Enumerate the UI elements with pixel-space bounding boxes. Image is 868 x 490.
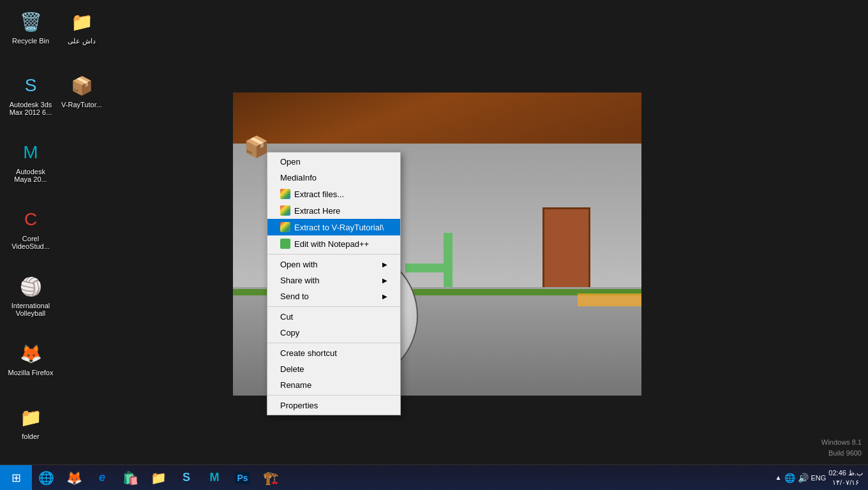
ctx-rename-label: Rename xyxy=(280,380,311,390)
firefox-icon: 🦊 xyxy=(18,341,43,366)
maya-label: Autodesk Maya 20... xyxy=(8,168,54,183)
tray-volume-icon: 🔊 xyxy=(798,473,809,483)
explorer-icon: 📁 xyxy=(151,470,167,486)
taskbar-ie[interactable]: e xyxy=(88,465,116,491)
ctx-rename[interactable]: Rename xyxy=(267,377,400,393)
vray-label: V-RayTutor... xyxy=(61,101,102,108)
ctx-delete-label: Delete xyxy=(280,364,304,374)
extract-files-icon xyxy=(280,189,290,199)
firefox-taskbar-icon: 🦊 xyxy=(66,470,82,486)
ctx-mediainfo-label: MediaInfo xyxy=(280,173,317,182)
taskbar-maya[interactable]: M xyxy=(200,465,228,491)
revit-icon: 🏗️ xyxy=(263,470,279,486)
windows-build-line2: Build 9600 xyxy=(821,448,862,459)
start-button[interactable]: ⊞ xyxy=(0,465,32,491)
ctx-share-with-label: Share with xyxy=(280,276,319,285)
ctx-edit-notepad-inner: Edit with Notepad++ xyxy=(280,239,369,249)
folder-dash-icon: 📁 xyxy=(69,9,94,34)
tray-lang[interactable]: ENG xyxy=(811,474,827,482)
ctx-extract-to-label: Extract to V-RayTutorial\ xyxy=(294,223,384,232)
tray-up-arrow[interactable]: ▲ xyxy=(775,474,782,481)
taskbar-right: ▲ 🌐 🔊 ENG 02:46 ب.ظ ۱۴/۰۷/۱۶ xyxy=(775,468,868,487)
ctx-send-to[interactable]: Send to xyxy=(267,288,400,304)
ctx-create-shortcut[interactable]: Create shortcut xyxy=(267,345,400,361)
taskbar-explorer[interactable]: 📁 xyxy=(144,465,172,491)
ie-icon: e xyxy=(99,471,105,484)
volleyball-icon: 🏐 xyxy=(18,274,43,299)
store-icon: 🛍️ xyxy=(123,470,138,486)
ctx-extract-here[interactable]: Extract Here xyxy=(267,202,400,219)
maya-taskbar-icon: M xyxy=(210,471,220,484)
sys-tray: ▲ 🌐 🔊 ENG xyxy=(775,473,827,483)
recycle-bin-label: Recycle Bin xyxy=(12,37,49,45)
ctx-extract-files-label: Extract files... xyxy=(294,189,344,199)
folder-label: folder xyxy=(22,433,40,440)
ctx-cut-label: Cut xyxy=(280,312,293,322)
autodesk-taskbar-icon: S xyxy=(183,471,190,484)
ctx-edit-notepad[interactable]: Edit with Notepad++ xyxy=(267,235,400,252)
tray-network-icon: 🌐 xyxy=(784,473,795,483)
ctx-sep3 xyxy=(267,343,400,343)
scene-door xyxy=(542,207,590,290)
ctx-properties[interactable]: Properties xyxy=(267,397,400,413)
scene-roof xyxy=(233,93,641,147)
ctx-sep2 xyxy=(267,306,400,307)
desktop-icon-autodesk-3ds[interactable]: S Autodesk 3ds Max 2012 6... xyxy=(5,70,56,119)
photoshop-icon: Ps xyxy=(235,471,250,484)
ctx-open-with-label: Open with xyxy=(280,260,318,269)
ctx-extract-files[interactable]: Extract files... xyxy=(267,186,400,202)
ctx-extract-to-inner: Extract to V-RayTutorial\ xyxy=(280,222,384,232)
volleyball-label: International Volleyball xyxy=(8,302,54,317)
scene-pipe-v xyxy=(444,233,453,290)
taskbar-autodesk[interactable]: S xyxy=(172,465,200,491)
ctx-open-with[interactable]: Open with xyxy=(267,256,400,272)
notepadpp-icon xyxy=(280,239,290,249)
start-icon: ⊞ xyxy=(11,471,21,485)
ctx-cut[interactable]: Cut xyxy=(267,309,400,325)
autodesk-3ds-icon: S xyxy=(18,73,43,98)
ctx-open[interactable]: Open xyxy=(267,154,400,170)
context-menu: Open MediaInfo Extract files... Extract … xyxy=(267,152,401,415)
desktop-icon-folder-dash[interactable]: 📁 داش علی xyxy=(56,6,107,48)
desktop-icon-vray[interactable]: 📦 V-RayTutor... xyxy=(56,70,107,111)
ctx-send-to-label: Send to xyxy=(280,292,309,301)
windows-build-line1: Windows 8.1 xyxy=(821,437,862,448)
ctx-copy[interactable]: Copy xyxy=(267,325,400,341)
firefox-label: Mozilla Firefox xyxy=(8,369,54,376)
ctx-extract-here-label: Extract Here xyxy=(294,206,340,216)
desktop-icon-volleyball[interactable]: 🏐 International Volleyball xyxy=(5,271,56,320)
clock[interactable]: 02:46 ب.ظ ۱۴/۰۷/۱۶ xyxy=(828,468,863,487)
ctx-create-shortcut-label: Create shortcut xyxy=(280,348,337,358)
ctx-extract-here-inner: Extract Here xyxy=(280,205,340,216)
chrome-icon: 🌐 xyxy=(38,470,54,486)
ctx-open-label: Open xyxy=(280,157,301,167)
taskbar-revit[interactable]: 🏗️ xyxy=(257,465,285,491)
taskbar-firefox[interactable]: 🦊 xyxy=(60,465,88,491)
autodesk-3ds-label: Autodesk 3ds Max 2012 6... xyxy=(8,101,54,116)
desktop-icon-recycle-bin[interactable]: 🗑️ Recycle Bin xyxy=(5,6,56,47)
desktop: 🗑️ Recycle Bin 📁 داش علی S Autodesk 3ds … xyxy=(0,0,868,490)
maya-icon: M xyxy=(18,140,43,165)
windows-build-info: Windows 8.1 Build 9600 xyxy=(821,437,862,458)
desktop-icon-corel[interactable]: C Corel VideoStud... xyxy=(5,204,56,253)
extract-here-icon xyxy=(280,205,290,216)
desktop-icon-maya[interactable]: M Autodesk Maya 20... xyxy=(5,137,56,186)
taskbar: ⊞ 🌐 🦊 e 🛍️ 📁 S M Ps 🏗️ xyxy=(0,464,868,490)
desktop-icon-firefox[interactable]: 🦊 Mozilla Firefox xyxy=(5,338,56,379)
scene-yellow-grass xyxy=(578,293,641,306)
clock-date: ۱۴/۰۷/۱۶ xyxy=(828,478,863,487)
folder-dash-label: داش علی xyxy=(68,37,96,45)
ctx-share-with[interactable]: Share with xyxy=(267,272,400,288)
ctx-delete[interactable]: Delete xyxy=(267,361,400,377)
recycle-bin-icon: 🗑️ xyxy=(18,9,43,34)
taskbar-photoshop[interactable]: Ps xyxy=(228,465,257,491)
clock-time: 02:46 ب.ظ xyxy=(828,468,863,477)
taskbar-store[interactable]: 🛍️ xyxy=(116,465,144,491)
taskbar-chrome[interactable]: 🌐 xyxy=(32,465,60,491)
ctx-properties-label: Properties xyxy=(280,401,318,410)
desktop-icon-folder[interactable]: 📁 folder xyxy=(5,402,56,443)
ctx-mediainfo[interactable]: MediaInfo xyxy=(267,170,400,186)
ctx-sep4 xyxy=(267,395,400,396)
ctx-extract-to[interactable]: Extract to V-RayTutorial\ xyxy=(267,219,400,235)
scene-pipe-h xyxy=(405,264,447,272)
